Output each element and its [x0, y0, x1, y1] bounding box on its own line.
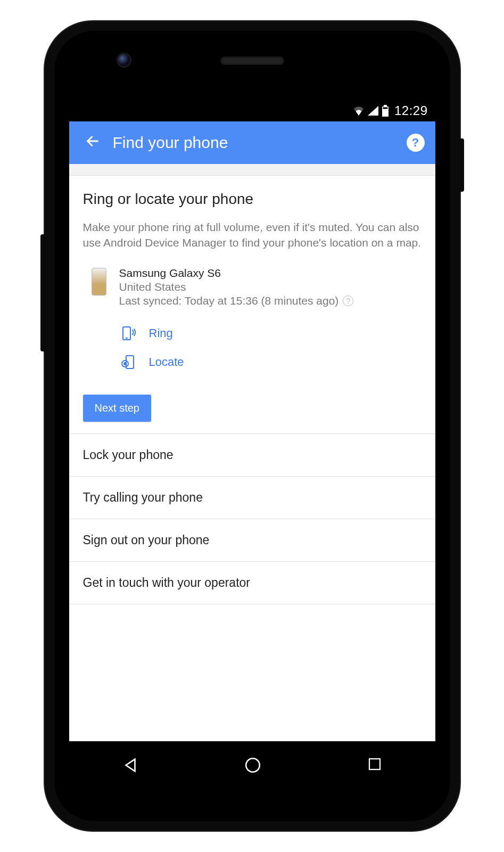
svg-rect-2: [383, 108, 387, 109]
device-row: Samsung Galaxy S6 United States Last syn…: [92, 267, 422, 307]
battery-icon: [382, 105, 389, 117]
earpiece-speaker: [220, 56, 284, 65]
next-step-button[interactable]: Next step: [83, 395, 151, 422]
ring-label: Ring: [149, 326, 173, 340]
svg-point-7: [123, 362, 127, 365]
svg-rect-10: [369, 759, 380, 769]
section-description: Make your phone ring at full volume, eve…: [83, 219, 422, 251]
svg-point-9: [246, 758, 260, 772]
device-sync-text: Last synced: Today at 15:36 (8 minutes a…: [119, 294, 339, 307]
front-camera: [118, 54, 130, 66]
help-button[interactable]: ?: [407, 134, 425, 152]
subheader-strip: [69, 164, 435, 176]
option-contact-operator[interactable]: Get in touch with your operator: [69, 562, 435, 604]
ring-icon: [120, 325, 137, 341]
locate-icon: [120, 354, 137, 370]
locate-action[interactable]: Locate: [120, 348, 422, 376]
status-bar: 12:29: [69, 100, 435, 121]
nav-bar: [69, 741, 435, 821]
app-bar: Find your phone ?: [69, 121, 435, 164]
power-button: [460, 138, 464, 192]
device-name: Samsung Galaxy S6: [119, 267, 422, 280]
nav-recent-button[interactable]: [367, 756, 383, 774]
phone-inner: 12:29 Find your phone ? Ring or locate y…: [54, 31, 450, 821]
locate-label: Locate: [149, 355, 184, 369]
screen: 12:29 Find your phone ? Ring or locate y…: [69, 100, 435, 741]
device-thumbnail: [92, 268, 106, 296]
cellular-icon: [368, 106, 378, 116]
svg-rect-0: [384, 105, 387, 106]
app-bar-title: Find your phone: [113, 134, 407, 152]
option-try-calling[interactable]: Try calling your phone: [69, 477, 435, 519]
device-info: Samsung Galaxy S6 United States Last syn…: [119, 267, 422, 307]
status-clock: 12:29: [394, 103, 428, 118]
main-content: Ring or locate your phone Make your phon…: [69, 176, 435, 433]
ring-action[interactable]: Ring: [120, 319, 422, 348]
nav-home-button[interactable]: [244, 756, 262, 776]
volume-button: [40, 234, 45, 351]
back-button[interactable]: [80, 128, 105, 158]
device-location: United States: [119, 281, 422, 293]
option-list: Lock your phone Try calling your phone S…: [69, 433, 435, 604]
phone-frame: 12:29 Find your phone ? Ring or locate y…: [45, 21, 460, 831]
nav-back-button[interactable]: [121, 756, 139, 776]
top-hardware: [54, 31, 450, 89]
device-sync: Last synced: Today at 15:36 (8 minutes a…: [119, 294, 422, 307]
section-title: Ring or locate your phone: [83, 191, 422, 208]
action-list: Ring Locate: [120, 319, 422, 376]
sync-help-icon[interactable]: ?: [343, 296, 353, 306]
option-sign-out[interactable]: Sign out on your phone: [69, 519, 435, 562]
option-lock-phone[interactable]: Lock your phone: [69, 434, 435, 477]
wifi-icon: [353, 106, 365, 116]
